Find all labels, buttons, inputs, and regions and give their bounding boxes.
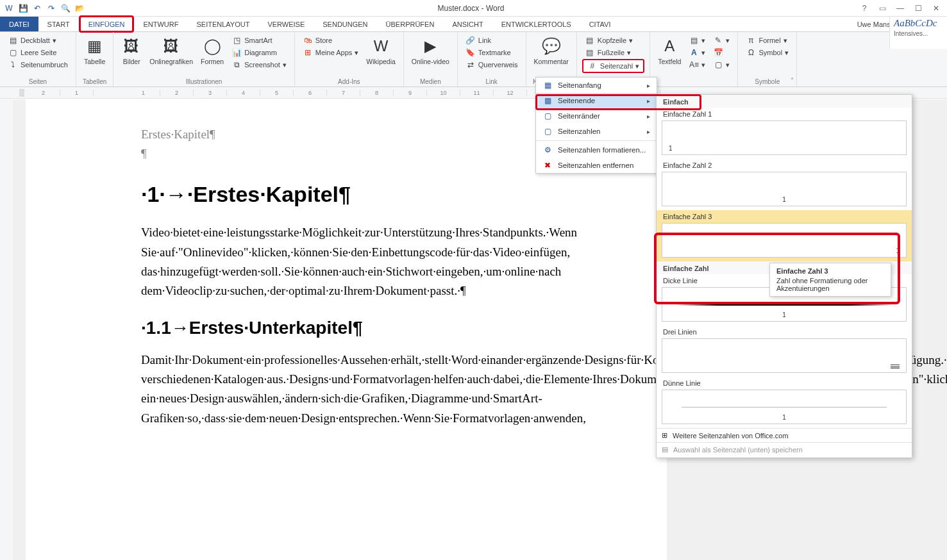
save-icon[interactable]: 💾 — [18, 3, 28, 13]
deckblatt-button[interactable]: ▤Deckblatt ▾ — [5, 35, 71, 46]
fusszeile-button[interactable]: ▤Fußzeile ▾ — [582, 47, 644, 58]
office-icon: ⊞ — [662, 431, 667, 440]
menu-format-page-numbers[interactable]: ⚙Seitenzahlen formatieren... — [536, 142, 657, 158]
close-icon[interactable]: ✕ — [930, 4, 942, 13]
collapse-ribbon-icon[interactable]: ˄ — [791, 77, 794, 84]
gallery-save-selection: ▤Auswahl als Seitenzahl (unten) speicher… — [657, 442, 912, 456]
wikipedia-button[interactable]: WWikipedia — [364, 35, 398, 67]
title-bar: W 💾 ↶ ↷ 🔍 📂 Muster.docx - Word ? ▭ — ☐ ✕ — [0, 0, 947, 17]
gallery-item-einfache-zahl-1[interactable]: Einfache Zahl 1 1 — [657, 108, 912, 159]
signature-button[interactable]: ✎▾ — [710, 35, 732, 46]
object-button[interactable]: ▢▾ — [710, 59, 732, 70]
tab-ueberpruefen[interactable]: ÜBERPRÜFEN — [377, 17, 444, 31]
tab-start[interactable]: START — [38, 17, 79, 31]
kopfzeile-button[interactable]: ▤Kopfzeile ▾ — [582, 35, 644, 46]
quickparts-button[interactable]: ▤▾ — [686, 35, 708, 46]
textfeld-button[interactable]: ATextfeld — [655, 35, 683, 67]
page-margins-icon: ▢ — [542, 111, 553, 120]
cover-page-icon: ▤ — [8, 35, 18, 45]
symbol-button[interactable]: ΩSymbol ▾ — [743, 47, 791, 58]
gallery-item-duenne-linie[interactable]: Dünne Linie 1 — [657, 377, 912, 428]
header-icon: ▤ — [585, 35, 595, 45]
meine-apps-button[interactable]: ⊞Meine Apps ▾ — [300, 47, 361, 58]
pictures-icon: 🖼 — [121, 36, 142, 56]
tab-citavi[interactable]: CITAVI — [580, 17, 620, 31]
group-addins: 🛍Store ⊞Meine Apps ▾ WWikipedia Add-Ins — [295, 32, 404, 86]
tooltip-body: Zahl ohne Formatierung oder Akzentuierun… — [776, 277, 884, 292]
screenshot-button[interactable]: ⧉Screenshot ▾ — [229, 59, 289, 70]
gallery-more-office[interactable]: ⊞Weitere Seitenzahlen von Office.com — [657, 428, 912, 442]
window-controls: ? ▭ — ☐ ✕ — [853, 4, 947, 13]
tab-einfuegen[interactable]: EINFÜGEN — [79, 15, 135, 33]
bottom-of-page-icon: ▦ — [542, 96, 553, 105]
gallery-item-einfache-zahl-3[interactable]: Einfache Zahl 3 1 — [657, 210, 912, 261]
chart-icon: 📊 — [231, 47, 242, 58]
crossref-icon: ⇄ — [465, 60, 476, 70]
symbol-icon: Ω — [746, 47, 756, 58]
formen-button[interactable]: ◯Formen — [198, 35, 226, 67]
tab-datei[interactable]: DATEI — [0, 17, 38, 31]
tab-verweise[interactable]: VERWEISE — [258, 17, 314, 31]
leere-seite-button[interactable]: ▢Leere Seite — [5, 47, 71, 58]
help-icon[interactable]: ? — [859, 4, 870, 13]
link-button[interactable]: 🔗Link — [463, 35, 521, 46]
store-button[interactable]: 🛍Store — [300, 35, 361, 46]
menu-separator — [536, 140, 657, 141]
word-icon: W — [4, 3, 14, 13]
page-break-icon: ⤵ — [8, 60, 18, 70]
seitenzahl-button[interactable]: #Seitenzahl ▾ — [582, 59, 644, 73]
shapes-icon: ◯ — [202, 36, 222, 56]
tab-entwurf[interactable]: ENTWURF — [134, 17, 187, 31]
diagramm-button[interactable]: 📊Diagramm — [229, 47, 289, 58]
gallery-item-einfache-zahl-2[interactable]: Einfache Zahl 2 1 — [657, 159, 912, 210]
formel-button[interactable]: πFormel ▾ — [743, 35, 791, 46]
dropcap-button[interactable]: A≡▾ — [686, 59, 708, 70]
onlinegrafiken-button[interactable]: 🖼Onlinegrafiken — [147, 35, 196, 67]
tabelle-button[interactable]: ▦Tabelle — [81, 35, 108, 67]
maximize-icon[interactable]: ☐ — [912, 4, 924, 13]
minimize-icon[interactable]: — — [894, 4, 906, 13]
textbox-icon: A — [659, 36, 680, 56]
menu-seitenanfang[interactable]: ▦Seitenanfang — [536, 78, 657, 93]
tab-sendungen[interactable]: SENDUNGEN — [314, 17, 376, 31]
menu-seitenende[interactable]: ▦Seitenende — [536, 93, 657, 108]
object-icon: ▢ — [713, 60, 723, 70]
preview-icon[interactable]: 🔍 — [60, 3, 71, 13]
bilder-button[interactable]: 🖼Bilder — [119, 35, 144, 67]
group-symbole: πFormel ▾ ΩSymbol ▾ Symbole ˄ — [738, 32, 797, 86]
pilcrow: ¶ — [141, 144, 551, 163]
smartart-button[interactable]: ◳SmartArt — [229, 35, 289, 46]
style-sample: AaBbCcDc — [890, 17, 947, 30]
open-icon[interactable]: 📂 — [74, 3, 85, 13]
comment-icon: 💬 — [541, 36, 562, 56]
querverweis-button[interactable]: ⇄Querverweis — [463, 59, 521, 70]
vertical-ruler[interactable] — [0, 99, 13, 560]
undo-icon[interactable]: ↶ — [32, 3, 42, 13]
ribbon-options-icon[interactable]: ▭ — [876, 4, 888, 13]
redo-icon[interactable]: ↷ — [46, 3, 56, 13]
wikipedia-icon: W — [371, 36, 391, 56]
tab-ansicht[interactable]: ANSICHT — [443, 17, 492, 31]
textmarke-button[interactable]: 🔖Textmarke — [463, 47, 521, 58]
footer-icon: ▤ — [585, 47, 595, 58]
menu-remove-page-numbers[interactable]: ✖Seitenzahlen entfernen — [536, 158, 657, 173]
wordart-button[interactable]: A▾ — [686, 47, 708, 58]
datetime-button[interactable]: 📅 — [710, 47, 732, 58]
menu-seitenraender[interactable]: ▢Seitenränder — [536, 108, 657, 124]
table-icon: ▦ — [85, 36, 105, 56]
menu-seitenzahlen[interactable]: ▢Seitenzahlen — [536, 124, 657, 139]
paragraph-1: Video·bietet·eine·leistungsstarke·Möglic… — [141, 223, 551, 301]
window-title: Muster.docx - Word — [88, 4, 853, 13]
tab-seitenlayout[interactable]: SEITENLAYOUT — [187, 17, 258, 31]
styles-pane-preview[interactable]: AaBbCcDc Intensives... — [889, 17, 947, 49]
group-tabellen: ▦Tabelle Tabellen — [76, 32, 113, 86]
tab-entwicklertools[interactable]: ENTWICKLERTOOLS — [492, 17, 580, 31]
kommentar-button[interactable]: 💬Kommentar — [532, 35, 571, 67]
seitenumbruch-button[interactable]: ⤵Seitenumbruch — [5, 59, 71, 70]
gallery-item-drei-linien[interactable]: Drei Linien — [657, 325, 912, 377]
preview-three-lines — [662, 338, 907, 373]
preview-left-number: 1 — [662, 120, 907, 155]
onlinevideo-button[interactable]: ▶Online-video — [409, 35, 452, 67]
top-of-page-icon: ▦ — [542, 81, 553, 90]
tooltip-einfache-zahl-3: Einfache Zahl 3 Zahl ohne Formatierung o… — [769, 263, 891, 297]
